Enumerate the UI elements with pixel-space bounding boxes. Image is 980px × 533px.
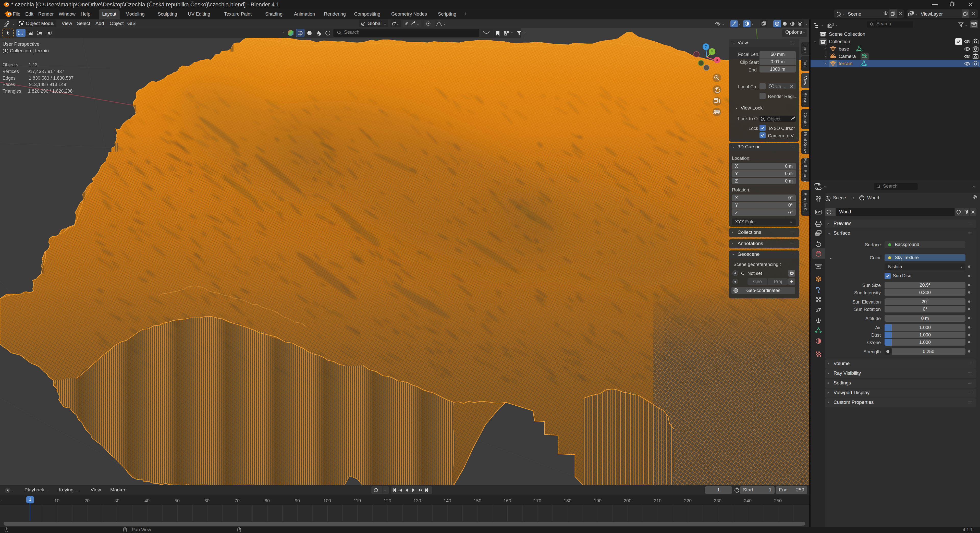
svg-text:X: X (716, 58, 718, 62)
svg-text:Y: Y (711, 49, 713, 54)
svg-text:Z: Z (705, 45, 707, 49)
